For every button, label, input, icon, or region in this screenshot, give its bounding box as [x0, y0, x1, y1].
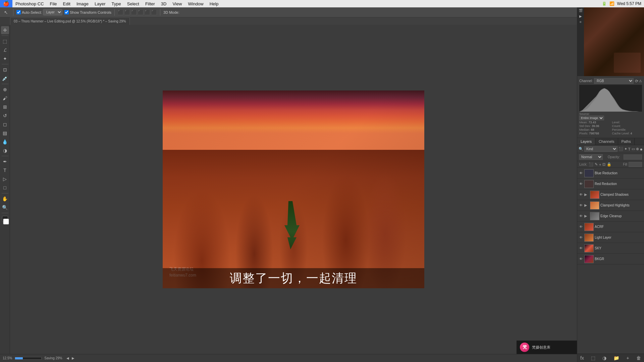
type-filter-icon[interactable]: T — [628, 147, 631, 151]
layer-item-clamped-shadows[interactable]: 👁 ▶ Clamped Shadows — [577, 189, 644, 200]
magic-wand-tool[interactable]: ✦ — [1, 55, 9, 63]
layer-eye-red-reduction[interactable]: 👁 — [579, 182, 583, 186]
menu-3d[interactable]: 3D — [158, 0, 170, 7]
layer-item-acrf[interactable]: 👁 ACRF — [577, 222, 644, 232]
layer-item-sky[interactable]: 👁 SKY — [577, 243, 644, 254]
menu-layer[interactable]: Layer — [92, 0, 109, 7]
channel-select[interactable]: RGB Red Green Blue — [594, 78, 634, 84]
lock-position-icon[interactable]: ✎ — [595, 162, 598, 167]
fill-input[interactable] — [629, 162, 642, 167]
menu-type[interactable]: Type — [109, 0, 124, 7]
layer-new-btn[interactable]: + — [626, 355, 630, 361]
brush-tool[interactable]: 🖌 — [1, 94, 9, 102]
menu-filter[interactable]: Filter — [142, 0, 158, 7]
layer-eye-blue-reduction[interactable]: 👁 — [579, 171, 583, 175]
document-tab-active[interactable]: 03 – Thors Hammer – Live Editing.psd @ 1… — [10, 17, 130, 25]
eraser-tool[interactable]: ◻ — [1, 120, 9, 128]
group-expand-clamped-shadows[interactable]: ▶ — [584, 192, 589, 197]
menu-image[interactable]: Image — [73, 0, 92, 7]
video-settings-icon[interactable]: ≡ — [580, 20, 582, 24]
play-icon[interactable]: ▶ — [579, 14, 582, 18]
menu-window[interactable]: Window — [185, 0, 206, 7]
lasso-tool[interactable]: 𝓛 — [1, 46, 9, 54]
status-nav-next[interactable]: ▶ — [72, 356, 74, 360]
gradient-tool[interactable]: ▤ — [1, 129, 9, 137]
move-tool-btn[interactable]: ↖ — [2, 8, 10, 16]
menu-edit[interactable]: Edit — [60, 0, 73, 7]
layer-eye-acrf[interactable]: 👁 — [579, 225, 583, 229]
menu-select[interactable]: Select — [124, 0, 142, 7]
type-tool[interactable]: T — [1, 166, 9, 174]
align-left-icon[interactable]: ⬛ — [118, 10, 123, 15]
status-nav-prev[interactable]: ◀ — [66, 356, 69, 360]
layer-eye-clamped-highlights[interactable]: 👁 — [579, 203, 583, 207]
layer-eye-clamped-shadows[interactable]: 👁 — [579, 193, 583, 196]
layer-eye-bkgr[interactable]: 👁 — [579, 257, 583, 261]
layer-item-clamped-highlights[interactable]: 👁 ▶ Clamped Highlights — [577, 200, 644, 211]
align-bottom-icon[interactable]: ⬛ — [151, 10, 157, 15]
shape-filter-icon[interactable]: ▭ — [632, 147, 635, 151]
hand-tool[interactable]: ✋ — [1, 195, 9, 203]
healing-brush-tool[interactable]: ⊕ — [1, 85, 9, 94]
move-tool[interactable]: ✛ — [1, 26, 9, 34]
lock-all-icon[interactable]: + — [599, 163, 601, 167]
layer-eye-sky[interactable]: 👁 — [579, 246, 583, 250]
canvas-area[interactable]: 飞天资源论坛 feitianwu7.com 调整了一切，一起清理 — [10, 25, 577, 354]
auto-select-checkbox[interactable] — [16, 10, 21, 14]
layer-item-edge-cleanup[interactable]: 👁 ▶ Edge Cleanup — [577, 211, 644, 222]
blend-mode-select[interactable]: Normal Multiply Screen Overlay — [579, 154, 603, 160]
layer-mask-btn[interactable]: ⬚ — [590, 355, 596, 361]
kind-filter-select[interactable]: Kind — [584, 146, 618, 152]
align-top-icon[interactable]: ⬛ — [138, 10, 144, 15]
filter-toggle[interactable]: ● — [640, 146, 643, 152]
align-center-v-icon[interactable]: ⬛ — [145, 10, 150, 15]
layer-adjustment-btn[interactable]: ◑ — [601, 355, 607, 361]
layer-item-red-reduction[interactable]: 👁 Red Reduction — [577, 179, 644, 189]
layer-eye-light-layer[interactable]: 👁 — [579, 236, 583, 239]
align-right-icon[interactable]: ⬛ — [131, 10, 137, 15]
shape-tool[interactable]: □ — [1, 184, 9, 192]
menu-help[interactable]: Help — [207, 0, 222, 7]
tab-channels[interactable]: Channels — [595, 138, 618, 145]
dodge-tool[interactable]: ◑ — [1, 146, 9, 155]
background-color[interactable] — [3, 219, 9, 225]
smartobject-filter-icon[interactable]: ⊕ — [636, 147, 639, 151]
lock-pixels-icon[interactable]: ⬛ — [589, 162, 593, 167]
auto-select-dropdown[interactable]: Layer — [43, 9, 62, 15]
adjustment-filter-icon[interactable]: ✦ — [624, 147, 627, 151]
history-brush-tool[interactable]: ↺ — [1, 112, 9, 120]
menu-photoshop[interactable]: Photoshop CC — [12, 0, 47, 7]
layer-fx-btn[interactable]: fx — [579, 355, 585, 361]
align-center-h-icon[interactable]: ⬛ — [124, 10, 130, 15]
zoom-tool[interactable]: 🔍 — [1, 203, 9, 212]
source-select[interactable]: Entire Image — [579, 116, 604, 120]
lock-locked-icon[interactable]: 🔒 — [607, 162, 611, 167]
eyedropper-tool[interactable]: 💉 — [1, 74, 9, 82]
layer-eye-edge-cleanup[interactable]: 👁 — [579, 214, 583, 218]
pen-tool[interactable]: ✒ — [1, 158, 9, 166]
apple-menu[interactable]: 🍎 — [0, 0, 12, 7]
group-expand-clamped-highlights[interactable]: ▶ — [584, 203, 589, 207]
opacity-input[interactable] — [624, 155, 642, 160]
histogram-refresh-icon[interactable]: ⟳ — [635, 79, 638, 83]
lock-artboard-icon[interactable]: ⊡ — [602, 162, 605, 167]
show-transform-checkbox[interactable] — [64, 10, 69, 14]
path-selection-tool[interactable]: ▷ — [1, 175, 9, 183]
canvas-document[interactable]: 飞天资源论坛 feitianwu7.com 调整了一切，一起清理 — [163, 90, 424, 288]
stamp-tool[interactable]: ⊞ — [1, 103, 9, 111]
menu-file[interactable]: File — [47, 0, 60, 7]
layer-item-blue-reduction[interactable]: 👁 Blue Reduction — [577, 168, 644, 179]
tab-paths[interactable]: Paths — [618, 138, 635, 145]
tab-layers[interactable]: Layers — [577, 138, 595, 145]
menu-view[interactable]: View — [169, 0, 185, 7]
layer-item-bkgr[interactable]: 👁 BKGR — [577, 254, 644, 264]
crop-tool[interactable]: ⊡ — [1, 66, 9, 74]
blur-tool[interactable]: 💧 — [1, 138, 9, 146]
video-icon[interactable]: 🎬 — [579, 9, 583, 12]
layer-item-light-layer[interactable]: 👁 Light Layer — [577, 232, 644, 243]
marquee-tool[interactable]: ⬚ — [1, 37, 9, 45]
group-expand-edge-cleanup[interactable]: ▶ — [584, 214, 589, 218]
pixel-filter-icon[interactable]: ⬛ — [619, 147, 623, 151]
layer-delete-btn[interactable]: 🗑 — [635, 355, 642, 361]
layer-group-btn[interactable]: 📁 — [612, 355, 620, 361]
